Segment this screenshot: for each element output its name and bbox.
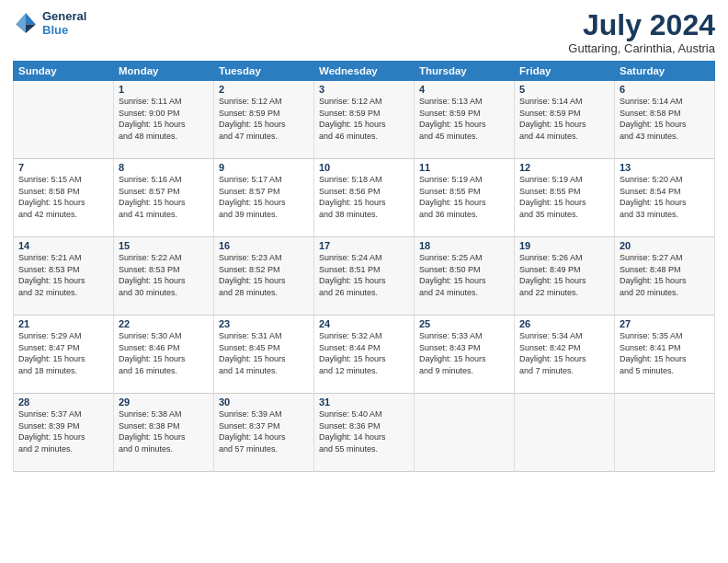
day-number: 25 xyxy=(419,318,509,329)
calendar-cell: 10Sunrise: 5:18 AM Sunset: 8:56 PM Dayli… xyxy=(314,159,415,237)
calendar-cell: 16Sunrise: 5:23 AM Sunset: 8:52 PM Dayli… xyxy=(214,237,314,316)
day-info: Sunrise: 5:12 AM Sunset: 8:59 PM Dayligh… xyxy=(319,96,409,142)
calendar-cell: 3Sunrise: 5:12 AM Sunset: 8:59 PM Daylig… xyxy=(314,81,415,159)
day-info: Sunrise: 5:30 AM Sunset: 8:46 PM Dayligh… xyxy=(119,330,209,376)
day-info: Sunrise: 5:14 AM Sunset: 8:58 PM Dayligh… xyxy=(620,96,710,142)
day-number: 3 xyxy=(319,84,409,95)
calendar-cell: 9Sunrise: 5:17 AM Sunset: 8:57 PM Daylig… xyxy=(214,159,314,237)
calendar-cell: 29Sunrise: 5:38 AM Sunset: 8:38 PM Dayli… xyxy=(114,394,214,472)
day-number: 28 xyxy=(18,396,108,408)
day-number: 7 xyxy=(18,162,108,173)
day-number: 23 xyxy=(219,318,309,329)
day-info: Sunrise: 5:35 AM Sunset: 8:41 PM Dayligh… xyxy=(620,330,710,376)
calendar-cell: 30Sunrise: 5:39 AM Sunset: 8:37 PM Dayli… xyxy=(214,394,314,472)
day-info: Sunrise: 5:38 AM Sunset: 8:38 PM Dayligh… xyxy=(119,408,209,454)
calendar-cell: 5Sunrise: 5:14 AM Sunset: 8:59 PM Daylig… xyxy=(515,81,615,159)
day-info: Sunrise: 5:27 AM Sunset: 8:48 PM Dayligh… xyxy=(620,252,710,298)
day-info: Sunrise: 5:33 AM Sunset: 8:43 PM Dayligh… xyxy=(419,330,509,376)
day-number: 9 xyxy=(219,162,309,173)
day-header-wednesday: Wednesday xyxy=(314,62,415,81)
day-header-sunday: Sunday xyxy=(14,62,114,81)
calendar-cell xyxy=(615,394,715,472)
calendar-cell xyxy=(515,394,615,472)
day-info: Sunrise: 5:29 AM Sunset: 8:47 PM Dayligh… xyxy=(18,330,108,376)
day-info: Sunrise: 5:15 AM Sunset: 8:58 PM Dayligh… xyxy=(18,174,108,220)
header: General Blue July 2024 Guttaring, Carint… xyxy=(13,9,715,55)
day-number: 22 xyxy=(119,318,209,329)
day-info: Sunrise: 5:22 AM Sunset: 8:53 PM Dayligh… xyxy=(119,252,209,298)
calendar-week-row: 7Sunrise: 5:15 AM Sunset: 8:58 PM Daylig… xyxy=(14,159,715,237)
day-number: 10 xyxy=(319,162,409,173)
day-number: 26 xyxy=(519,318,609,329)
calendar-cell: 22Sunrise: 5:30 AM Sunset: 8:46 PM Dayli… xyxy=(114,316,214,394)
day-info: Sunrise: 5:24 AM Sunset: 8:51 PM Dayligh… xyxy=(319,252,409,298)
day-header-friday: Friday xyxy=(515,62,615,81)
page-container: General Blue July 2024 Guttaring, Carint… xyxy=(0,0,728,479)
day-number: 1 xyxy=(119,84,209,95)
calendar-cell: 19Sunrise: 5:26 AM Sunset: 8:49 PM Dayli… xyxy=(515,237,615,316)
calendar-cell: 2Sunrise: 5:12 AM Sunset: 8:59 PM Daylig… xyxy=(214,81,314,159)
calendar-week-row: 14Sunrise: 5:21 AM Sunset: 8:53 PM Dayli… xyxy=(14,237,715,316)
day-info: Sunrise: 5:19 AM Sunset: 8:55 PM Dayligh… xyxy=(419,174,509,220)
calendar-cell xyxy=(14,81,114,159)
day-number: 15 xyxy=(119,240,209,251)
day-number: 2 xyxy=(219,84,309,95)
logo: General Blue xyxy=(13,9,86,37)
day-info: Sunrise: 5:12 AM Sunset: 8:59 PM Dayligh… xyxy=(219,96,309,142)
day-info: Sunrise: 5:16 AM Sunset: 8:57 PM Dayligh… xyxy=(119,174,209,220)
day-info: Sunrise: 5:23 AM Sunset: 8:52 PM Dayligh… xyxy=(219,252,309,298)
day-header-monday: Monday xyxy=(114,62,214,81)
calendar-cell: 21Sunrise: 5:29 AM Sunset: 8:47 PM Dayli… xyxy=(14,316,114,394)
calendar-cell: 31Sunrise: 5:40 AM Sunset: 8:36 PM Dayli… xyxy=(314,394,415,472)
calendar-cell: 15Sunrise: 5:22 AM Sunset: 8:53 PM Dayli… xyxy=(114,237,214,316)
calendar-week-row: 28Sunrise: 5:37 AM Sunset: 8:39 PM Dayli… xyxy=(14,394,715,472)
day-info: Sunrise: 5:37 AM Sunset: 8:39 PM Dayligh… xyxy=(18,408,108,454)
logo-text: General Blue xyxy=(42,9,86,37)
day-info: Sunrise: 5:20 AM Sunset: 8:54 PM Dayligh… xyxy=(620,174,710,220)
calendar-cell: 8Sunrise: 5:16 AM Sunset: 8:57 PM Daylig… xyxy=(114,159,214,237)
day-info: Sunrise: 5:14 AM Sunset: 8:59 PM Dayligh… xyxy=(519,96,609,142)
day-number: 16 xyxy=(219,240,309,251)
day-number: 13 xyxy=(620,162,710,173)
calendar-cell: 18Sunrise: 5:25 AM Sunset: 8:50 PM Dayli… xyxy=(415,237,515,316)
day-info: Sunrise: 5:31 AM Sunset: 8:45 PM Dayligh… xyxy=(219,330,309,376)
day-number: 11 xyxy=(419,162,509,173)
day-info: Sunrise: 5:19 AM Sunset: 8:55 PM Dayligh… xyxy=(519,174,609,220)
calendar-cell: 23Sunrise: 5:31 AM Sunset: 8:45 PM Dayli… xyxy=(214,316,314,394)
calendar-cell: 12Sunrise: 5:19 AM Sunset: 8:55 PM Dayli… xyxy=(515,159,615,237)
calendar-cell: 13Sunrise: 5:20 AM Sunset: 8:54 PM Dayli… xyxy=(615,159,715,237)
day-info: Sunrise: 5:39 AM Sunset: 8:37 PM Dayligh… xyxy=(219,408,309,454)
day-info: Sunrise: 5:21 AM Sunset: 8:53 PM Dayligh… xyxy=(18,252,108,298)
location-subtitle: Guttaring, Carinthia, Austria xyxy=(568,41,715,55)
day-info: Sunrise: 5:34 AM Sunset: 8:42 PM Dayligh… xyxy=(519,330,609,376)
day-info: Sunrise: 5:26 AM Sunset: 8:49 PM Dayligh… xyxy=(519,252,609,298)
calendar-cell: 27Sunrise: 5:35 AM Sunset: 8:41 PM Dayli… xyxy=(615,316,715,394)
day-number: 21 xyxy=(18,318,108,329)
day-info: Sunrise: 5:13 AM Sunset: 8:59 PM Dayligh… xyxy=(419,96,509,142)
month-title: July 2024 xyxy=(568,9,715,41)
calendar-cell: 4Sunrise: 5:13 AM Sunset: 8:59 PM Daylig… xyxy=(415,81,515,159)
calendar-cell: 20Sunrise: 5:27 AM Sunset: 8:48 PM Dayli… xyxy=(615,237,715,316)
day-info: Sunrise: 5:18 AM Sunset: 8:56 PM Dayligh… xyxy=(319,174,409,220)
title-block: July 2024 Guttaring, Carinthia, Austria xyxy=(568,9,715,55)
day-number: 30 xyxy=(219,396,309,408)
calendar-cell: 1Sunrise: 5:11 AM Sunset: 9:00 PM Daylig… xyxy=(114,81,214,159)
day-header-saturday: Saturday xyxy=(615,62,715,81)
calendar-cell: 24Sunrise: 5:32 AM Sunset: 8:44 PM Dayli… xyxy=(314,316,415,394)
day-number: 27 xyxy=(620,318,710,329)
day-number: 8 xyxy=(119,162,209,173)
calendar-header-row: SundayMondayTuesdayWednesdayThursdayFrid… xyxy=(14,62,715,81)
day-info: Sunrise: 5:17 AM Sunset: 8:57 PM Dayligh… xyxy=(219,174,309,220)
day-number: 4 xyxy=(419,84,509,95)
day-info: Sunrise: 5:40 AM Sunset: 8:36 PM Dayligh… xyxy=(319,408,409,454)
day-number: 19 xyxy=(519,240,609,251)
calendar-cell: 26Sunrise: 5:34 AM Sunset: 8:42 PM Dayli… xyxy=(515,316,615,394)
day-number: 14 xyxy=(18,240,108,251)
calendar-week-row: 21Sunrise: 5:29 AM Sunset: 8:47 PM Dayli… xyxy=(14,316,715,394)
logo-icon xyxy=(13,10,39,36)
calendar-table: SundayMondayTuesdayWednesdayThursdayFrid… xyxy=(13,61,715,472)
calendar-cell: 25Sunrise: 5:33 AM Sunset: 8:43 PM Dayli… xyxy=(415,316,515,394)
day-number: 31 xyxy=(319,396,409,408)
calendar-cell: 6Sunrise: 5:14 AM Sunset: 8:58 PM Daylig… xyxy=(615,81,715,159)
day-header-tuesday: Tuesday xyxy=(214,62,314,81)
